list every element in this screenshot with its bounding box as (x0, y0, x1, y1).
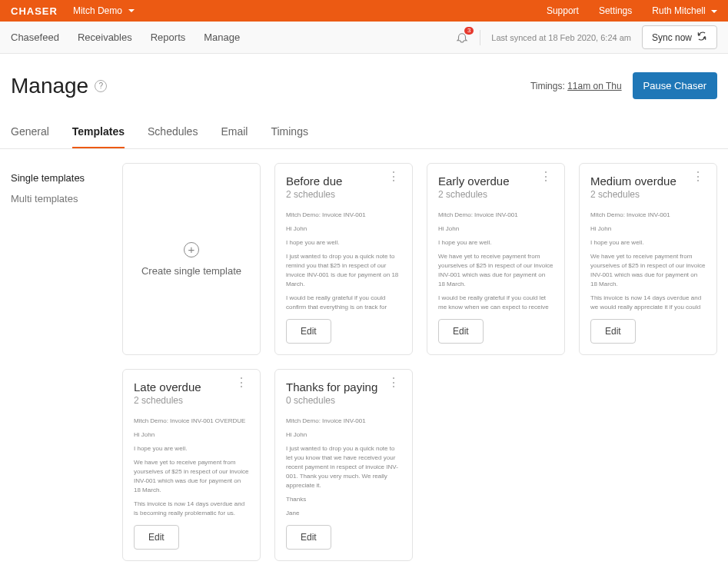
template-title: Late overdue (134, 380, 201, 394)
refresh-icon (696, 31, 707, 44)
preview-line: Hi John (134, 430, 249, 440)
template-preview: Mitch Demo: Invoice INV-001 Hi John I ho… (286, 211, 401, 311)
template-menu-icon[interactable]: ⋮ (386, 174, 401, 179)
timings-value[interactable]: 11am on Thu (567, 81, 622, 91)
preview-line: Hi John (286, 224, 401, 234)
template-card: Before due 2 schedules ⋮ Mitch Demo: Inv… (274, 163, 413, 355)
page-title-text: Manage (11, 74, 88, 98)
template-menu-icon[interactable]: ⋮ (234, 380, 249, 385)
tab-templates[interactable]: Templates (72, 118, 125, 148)
tab-email[interactable]: Email (221, 118, 248, 148)
sync-now-button[interactable]: Sync now (642, 25, 717, 49)
nav-reports[interactable]: Reports (151, 32, 186, 43)
page-header: Manage ? Timings: 11am on Thu Pause Chas… (0, 54, 728, 110)
edit-template-button[interactable]: Edit (438, 319, 484, 344)
preview-line: Mitch Demo: Invoice INV-001 (438, 211, 553, 220)
preview-line: I hope you are well. (134, 444, 249, 453)
settings-link[interactable]: Settings (599, 5, 632, 16)
template-title: Thanks for paying (286, 380, 377, 394)
template-subtitle: 2 schedules (438, 189, 510, 200)
plus-icon: + (184, 242, 199, 257)
create-template-card[interactable]: + Create single template (122, 163, 261, 355)
template-subtitle: 2 schedules (134, 395, 201, 406)
last-synced-text: Last synced at 18 Feb 2020, 6:24 am (491, 33, 631, 42)
page-title: Manage ? (11, 74, 107, 98)
preview-line: I just wanted to drop you a quick note t… (286, 444, 401, 490)
sync-btn-label: Sync now (652, 32, 692, 43)
notifications-button[interactable]: 3 (455, 31, 469, 45)
template-menu-icon[interactable]: ⋮ (538, 174, 553, 179)
nav-chasefeed[interactable]: Chasefeed (11, 32, 59, 43)
edit-template-button[interactable]: Edit (590, 319, 636, 344)
tab-timings[interactable]: Timings (271, 118, 308, 148)
sidebar-multi-templates[interactable]: Multi templates (11, 188, 108, 209)
preview-line: I would be really grateful if you could … (438, 294, 553, 311)
edit-template-button[interactable]: Edit (134, 525, 179, 550)
caret-down-icon (128, 9, 135, 12)
template-preview: Mitch Demo: Invoice INV-001 Hi John I ju… (286, 417, 401, 517)
org-name: Mitch Demo (73, 5, 122, 16)
preview-line: I hope you are well. (286, 238, 401, 247)
main-area: Single templates Multi templates + Creat… (0, 149, 728, 568)
template-card: Medium overdue 2 schedules ⋮ Mitch Demo:… (579, 163, 717, 355)
preview-line: Thanks (286, 495, 401, 504)
preview-line: Hi John (438, 224, 553, 234)
edit-template-button[interactable]: Edit (286, 319, 331, 344)
preview-line: We have yet to receive payment from your… (590, 252, 706, 289)
timings-display: Timings: 11am on Thu (530, 81, 622, 91)
nav-manage[interactable]: Manage (204, 32, 240, 43)
template-menu-icon[interactable]: ⋮ (386, 380, 401, 385)
preview-line: Jane (286, 509, 401, 517)
template-subtitle: 2 schedules (590, 189, 676, 200)
preview-line: I hope you are well. (438, 238, 553, 247)
notification-badge: 3 (464, 27, 474, 35)
preview-line: Mitch Demo: Invoice INV-001 OVERDUE (134, 417, 249, 426)
preview-line: I just wanted to drop you a quick note t… (286, 252, 401, 289)
preview-line: This invoice is now 14 days overdue and … (134, 500, 249, 517)
preview-line: We have yet to receive payment from your… (438, 252, 553, 289)
templates-grid: + Create single template Before due 2 sc… (122, 163, 717, 561)
template-subtitle: 2 schedules (286, 189, 342, 200)
templates-sidebar: Single templates Multi templates (11, 163, 108, 561)
tab-schedules[interactable]: Schedules (148, 118, 198, 148)
create-template-label: Create single template (141, 265, 241, 277)
user-menu[interactable]: Ruth Mitchell (652, 5, 717, 16)
manage-tabs: General Templates Schedules Email Timing… (0, 118, 728, 149)
template-preview: Mitch Demo: Invoice INV-001 Hi John I ho… (590, 211, 706, 311)
topbar: CHASER Mitch Demo Support Settings Ruth … (0, 0, 728, 22)
preview-line: Hi John (590, 224, 706, 234)
support-link[interactable]: Support (547, 5, 579, 16)
template-preview: Mitch Demo: Invoice INV-001 OVERDUE Hi J… (134, 417, 249, 517)
preview-line: I would be really grateful if you could … (286, 294, 401, 311)
preview-line: Hi John (286, 430, 401, 440)
template-menu-icon[interactable]: ⋮ (690, 174, 706, 179)
logo: CHASER (11, 5, 58, 17)
timings-label: Timings: (530, 81, 567, 91)
tab-general[interactable]: General (11, 118, 49, 148)
preview-line: We have yet to receive payment from your… (134, 458, 249, 495)
user-name: Ruth Mitchell (652, 5, 705, 16)
template-preview: Mitch Demo: Invoice INV-001 Hi John I ho… (438, 211, 553, 311)
divider (480, 30, 480, 45)
help-icon[interactable]: ? (95, 80, 107, 92)
template-title: Medium overdue (590, 174, 676, 188)
pause-chaser-button[interactable]: Pause Chaser (633, 72, 717, 99)
preview-line: Mitch Demo: Invoice INV-001 (590, 211, 706, 220)
template-title: Before due (286, 174, 342, 188)
preview-line: Mitch Demo: Invoice INV-001 (286, 417, 401, 426)
sidebar-single-templates[interactable]: Single templates (11, 168, 108, 188)
template-subtitle: 0 schedules (286, 395, 377, 406)
preview-line: I hope you are well. (590, 238, 706, 247)
org-switcher[interactable]: Mitch Demo (73, 5, 135, 16)
template-card: Late overdue 2 schedules ⋮ Mitch Demo: I… (122, 369, 261, 561)
nav-receivables[interactable]: Receivables (78, 32, 132, 43)
template-card: Early overdue 2 schedules ⋮ Mitch Demo: … (427, 163, 565, 355)
preview-line: Mitch Demo: Invoice INV-001 (286, 211, 401, 220)
caret-down-icon (711, 10, 717, 13)
navbar: Chasefeed Receivables Reports Manage 3 L… (0, 22, 728, 54)
template-card: Thanks for paying 0 schedules ⋮ Mitch De… (274, 369, 413, 561)
edit-template-button[interactable]: Edit (286, 525, 331, 550)
template-title: Early overdue (438, 174, 510, 188)
preview-line: This invoice is now 14 days overdue and … (590, 294, 706, 311)
